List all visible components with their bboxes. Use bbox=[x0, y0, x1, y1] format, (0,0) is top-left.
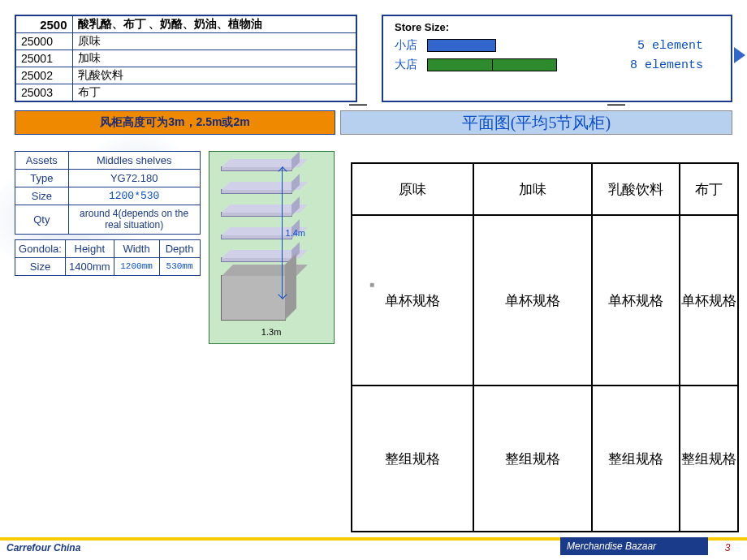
category-header-desc: 酸乳酪、布丁 、奶酪、奶油、植物油 bbox=[72, 15, 356, 33]
gondola-table: Gondola: Height Width Depth Size 1400mm … bbox=[15, 239, 201, 276]
store-large-text: 8 elements bbox=[630, 58, 703, 72]
category-header-row: 2500 酸乳酪、布丁 、奶酪、奶油、植物油 bbox=[15, 15, 356, 33]
assets-table: AssetsMiddles shelves TypeYG72.180 Size1… bbox=[15, 151, 201, 235]
category-row: 25001加味 bbox=[15, 50, 356, 67]
category-row: 25002乳酸饮料 bbox=[15, 67, 356, 84]
orange-banner: 风柜高度可为3m，2.5m或2m bbox=[15, 110, 335, 135]
blue-banner: 平面图(平均5节风柜) bbox=[340, 110, 732, 135]
dimension-vertical: 1.4m bbox=[282, 168, 293, 298]
store-small-label: 小店 bbox=[395, 38, 427, 53]
store-large-bar bbox=[427, 58, 557, 71]
footer-mid: Merchandise Bazaar bbox=[560, 537, 708, 555]
plan-row-group: 整组规格 整组规格 整组规格 整组规格 bbox=[352, 386, 738, 532]
footer-page: 3 bbox=[708, 537, 747, 555]
footer-left: Carrefour China bbox=[0, 537, 560, 555]
category-header-code: 2500 bbox=[15, 15, 72, 33]
store-small-text: 5 element bbox=[637, 39, 703, 53]
category-row: 25003布丁 bbox=[15, 84, 356, 102]
store-small-row: 小店 5 element bbox=[395, 38, 719, 53]
store-large-row: 大店 8 elements bbox=[395, 58, 719, 72]
category-table: 2500 酸乳酪、布丁 、奶酪、奶油、植物油 25000原味 25001加味 2… bbox=[15, 15, 357, 102]
store-large-label: 大店 bbox=[395, 58, 427, 72]
dimension-horizontal: 1.3m bbox=[218, 327, 326, 337]
category-row: 25000原味 bbox=[15, 33, 356, 50]
footer-bar: Carrefour China Merchandise Bazaar 3 bbox=[0, 537, 747, 555]
store-size-box: Store Size: 小店 5 element 大店 8 elements bbox=[382, 15, 732, 102]
shelf-diagram: 1.4m 1.3m bbox=[209, 151, 335, 344]
store-small-bar bbox=[427, 39, 496, 52]
shelf-base bbox=[221, 275, 286, 321]
arrow-right-icon bbox=[734, 47, 745, 63]
store-size-title: Store Size: bbox=[395, 21, 719, 33]
